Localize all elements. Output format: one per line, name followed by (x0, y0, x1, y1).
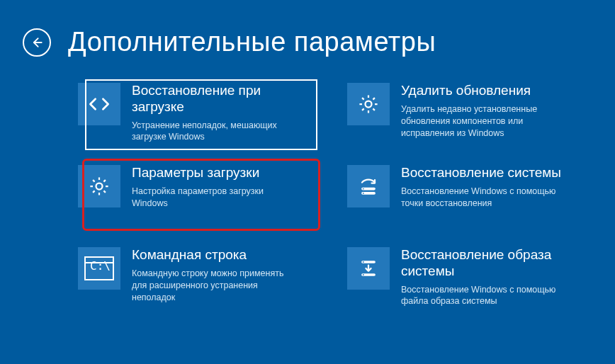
tile-text: Восстановление системы Восстановление Wi… (401, 164, 564, 210)
tile-uninstall-updates[interactable]: Удалить обновления Удалить недавно устан… (347, 81, 588, 149)
tile-system-image[interactable]: Восстановление образа системы Восстановл… (347, 246, 588, 314)
tile-desc: Восстановление Windows с помощью файла о… (401, 284, 564, 308)
gear-icon (78, 165, 120, 207)
options-grid: Восстановление при загрузке Устранение н… (13, 81, 602, 314)
tile-startup-repair[interactable]: Восстановление при загрузке Устранение н… (78, 81, 319, 149)
tile-startup-settings[interactable]: Параметры загрузки Настройка параметров … (78, 164, 319, 232)
code-icon (78, 83, 120, 125)
svg-point-1 (366, 101, 372, 108)
tile-title: Восстановление системы (401, 165, 564, 181)
tile-title: Восстановление при загрузке (132, 83, 295, 115)
tile-desc: Устранение неполадок, мешающих загрузке … (132, 120, 295, 144)
tile-desc: Командную строку можно применять для рас… (132, 268, 295, 304)
svg-point-6 (363, 193, 364, 194)
svg-point-5 (363, 188, 364, 190)
back-button[interactable] (23, 28, 51, 57)
tile-text: Параметры загрузки Настройка параметров … (132, 164, 295, 210)
arrow-left-icon (30, 35, 44, 50)
tile-system-restore[interactable]: Восстановление системы Восстановление Wi… (347, 164, 588, 232)
recovery-screen: Дополнительные параметры Восстановление … (13, 13, 602, 351)
tile-text: Удалить обновления Удалить недавно устан… (401, 81, 564, 139)
tile-desc: Удалить недавно установленные обновления… (401, 103, 564, 140)
tile-title: Командная строка (132, 247, 295, 263)
tile-text: Командная строка Командную строку можно … (132, 246, 295, 303)
tile-desc: Настройка параметров загрузки Windows (132, 186, 295, 210)
tile-desc: Восстановление Windows с помощью точки в… (401, 186, 564, 210)
tile-title: Параметры загрузки (132, 165, 295, 181)
svg-point-10 (363, 274, 364, 275)
tile-command-prompt[interactable]: C:\ Командная строка Командную строку мо… (78, 246, 319, 314)
page-title: Дополнительные параметры (68, 27, 436, 57)
svg-point-2 (96, 183, 103, 190)
tile-text: Восстановление при загрузке Устранение н… (132, 81, 295, 143)
header: Дополнительные параметры (13, 27, 602, 57)
restore-icon (347, 165, 390, 207)
image-recovery-icon (347, 247, 390, 290)
tile-title: Восстановление образа системы (401, 247, 564, 280)
terminal-icon: C:\ (78, 247, 120, 290)
gear-icon (347, 83, 390, 125)
svg-point-8 (363, 261, 364, 263)
tile-text: Восстановление образа системы Восстановл… (401, 246, 564, 307)
tile-title: Удалить обновления (401, 83, 564, 99)
